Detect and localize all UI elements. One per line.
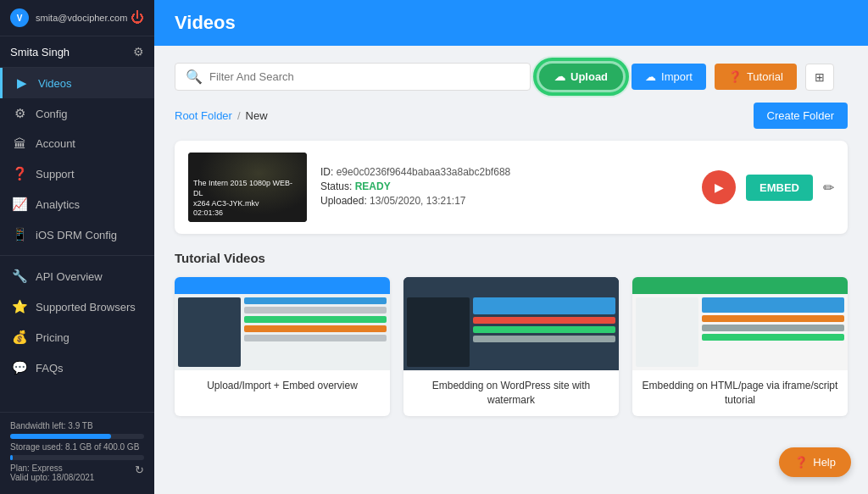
tutorial-card-2-label: Embedding on WordPress site with waterma… — [403, 370, 619, 416]
account-icon: 🏛 — [12, 136, 27, 151]
video-actions: ▶ EMBED ✏ — [702, 170, 834, 204]
sidebar-footer: Bandwidth left: 3.9 TB Storage used: 8.1… — [0, 412, 154, 494]
sidebar-item-supported-browsers[interactable]: ⭐ Supported Browsers — [0, 291, 154, 322]
plan-label: Plan: Express — [10, 463, 63, 473]
sidebar-item-account[interactable]: 🏛 Account — [0, 129, 154, 158]
ios-drm-icon: 📱 — [12, 227, 27, 242]
help-label: Help — [813, 456, 836, 469]
sidebar-user: Smita Singh ⚙ — [0, 36, 154, 68]
main-content: Videos 🔍 ☁ Upload ☁ Import ❓ Tutorial ⊞ — [154, 0, 868, 494]
sidebar-item-label: Analytics — [36, 198, 80, 211]
sidebar-item-label: Pricing — [36, 331, 70, 344]
sidebar-item-support[interactable]: ❓ Support — [0, 158, 154, 189]
power-icon[interactable]: ⏻ — [131, 10, 144, 25]
tutorial-card-3-label: Embedding on HTML/page via iframe/script… — [632, 370, 848, 416]
sidebar-item-label: iOS DRM Config — [36, 229, 117, 241]
bandwidth-progress-bg — [10, 434, 144, 439]
tutorial-label: Tutorial — [747, 70, 783, 83]
grid-view-button[interactable]: ⊞ — [805, 64, 834, 91]
gear-icon[interactable]: ⚙ — [133, 45, 144, 58]
api-icon: 🔧 — [12, 269, 27, 284]
search-input[interactable] — [209, 70, 520, 83]
id-label: ID: — [320, 166, 333, 178]
play-button[interactable]: ▶ — [702, 170, 736, 204]
sidebar-item-pricing[interactable]: 💰 Pricing — [0, 322, 154, 352]
tutorial-card-2[interactable]: Embedding on WordPress site with waterma… — [403, 277, 619, 416]
import-button[interactable]: ☁ Import — [632, 64, 706, 90]
video-status-row: Status: READY — [320, 180, 688, 192]
search-icon: 🔍 — [186, 69, 203, 85]
config-icon: ⚙ — [12, 106, 27, 121]
tutorial-button[interactable]: ❓ Tutorial — [715, 64, 797, 90]
sidebar-item-ios-drm[interactable]: 📱 iOS DRM Config — [0, 219, 154, 250]
vdo-logo: V — [10, 8, 29, 27]
edit-icon[interactable]: ✏ — [823, 180, 834, 196]
uploaded-date: 13/05/2020, 13:21:17 — [370, 195, 465, 207]
pricing-icon: 💰 — [12, 330, 27, 345]
tutorial-heading: Tutorial Videos — [175, 251, 848, 265]
import-label: Import — [661, 70, 693, 83]
sidebar-item-label: Support — [36, 168, 75, 180]
support-icon: ❓ — [12, 166, 27, 181]
refresh-icon[interactable]: ↻ — [135, 463, 144, 476]
uploaded-label: Uploaded: — [320, 195, 367, 207]
sidebar-item-label: API Overview — [36, 270, 103, 283]
sidebar-item-label: Account — [36, 137, 75, 150]
sidebar-item-label: Config — [36, 108, 68, 120]
video-info: ID: e9e0c0236f9644babaa33a8abc2bf688 Sta… — [320, 166, 688, 209]
sidebar-item-label: FAQs — [36, 362, 64, 375]
faqs-icon: 💬 — [12, 360, 27, 375]
tutorial-section: Tutorial Videos — [175, 251, 848, 416]
valid-text: Valid upto: 18/08/2021 — [10, 473, 144, 482]
storage-text: Storage used: 8.1 GB of 400.0 GB — [10, 442, 144, 452]
upload-label: Upload — [570, 70, 608, 83]
breadcrumb: Root Folder / New — [175, 109, 268, 122]
sidebar-item-analytics[interactable]: 📈 Analytics — [0, 189, 154, 219]
search-box[interactable]: 🔍 — [175, 63, 531, 91]
sidebar-item-label: Supported Browsers — [36, 301, 136, 314]
sidebar-header: V smita@vdocipher.com ⏻ — [0, 0, 154, 36]
tutorial-card-3[interactable]: Embedding on HTML/page via iframe/script… — [632, 277, 848, 416]
topbar: Videos — [154, 0, 868, 46]
tutorial-thumb-1 — [175, 277, 390, 370]
sidebar-logo-area: V smita@vdocipher.com — [10, 8, 127, 27]
tutorial-thumb-2 — [403, 277, 619, 370]
breadcrumb-row: Root Folder / New Create Folder — [175, 103, 848, 129]
content-area: 🔍 ☁ Upload ☁ Import ❓ Tutorial ⊞ Root Fo — [154, 46, 868, 494]
upload-button[interactable]: ☁ Upload — [539, 64, 623, 90]
video-card: The Intern 2015 1080p WEB-DL x264 AC3-JY… — [175, 141, 848, 234]
sidebar-item-faqs[interactable]: 💬 FAQs — [0, 352, 154, 383]
help-button[interactable]: ❓ Help — [779, 447, 851, 477]
create-folder-button[interactable]: Create Folder — [754, 103, 848, 129]
page-title: Videos — [175, 12, 236, 34]
tutorial-card-1[interactable]: Upload/Import + Embed overview — [175, 277, 390, 416]
sidebar-item-videos[interactable]: ▶ Videos — [0, 68, 154, 98]
breadcrumb-root[interactable]: Root Folder — [175, 109, 232, 122]
bandwidth-text: Bandwidth left: 3.9 TB — [10, 421, 144, 430]
help-icon: ❓ — [794, 456, 808, 469]
sidebar-item-label: Videos — [38, 77, 72, 90]
tutorial-card-1-label: Upload/Import + Embed overview — [175, 370, 390, 402]
sidebar-item-config[interactable]: ⚙ Config — [0, 98, 154, 129]
grid-icon: ⊞ — [815, 70, 825, 84]
plan-text: Plan: Express ↻ — [10, 463, 144, 473]
sidebar-username: Smita Singh — [10, 46, 70, 58]
video-uploaded-row: Uploaded: 13/05/2020, 13:21:17 — [320, 195, 688, 207]
analytics-icon: 📈 — [12, 197, 27, 212]
status-badge: READY — [355, 180, 391, 192]
storage-progress-fill — [10, 455, 13, 460]
sidebar-item-api-overview[interactable]: 🔧 API Overview — [0, 261, 154, 291]
sidebar-nav: ▶ Videos ⚙ Config 🏛 Account ❓ Support 📈 … — [0, 68, 154, 412]
tutorial-grid: Upload/Import + Embed overview — [175, 277, 848, 416]
upload-cloud-icon: ☁ — [554, 70, 565, 83]
embed-button[interactable]: EMBED — [746, 175, 813, 201]
tutorial-thumb-3 — [632, 277, 848, 370]
sidebar-email: smita@vdocipher.com — [36, 13, 127, 23]
breadcrumb-separator: / — [237, 109, 241, 122]
toolbar: 🔍 ☁ Upload ☁ Import ❓ Tutorial ⊞ — [175, 63, 848, 91]
sidebar: V smita@vdocipher.com ⏻ Smita Singh ⚙ ▶ … — [0, 0, 154, 494]
video-thumb-title: The Intern 2015 1080p WEB-DL x264 AC3-JY… — [193, 179, 302, 219]
tutorial-help-icon: ❓ — [728, 70, 742, 83]
browsers-icon: ⭐ — [12, 299, 27, 314]
storage-progress-bg — [10, 455, 144, 460]
